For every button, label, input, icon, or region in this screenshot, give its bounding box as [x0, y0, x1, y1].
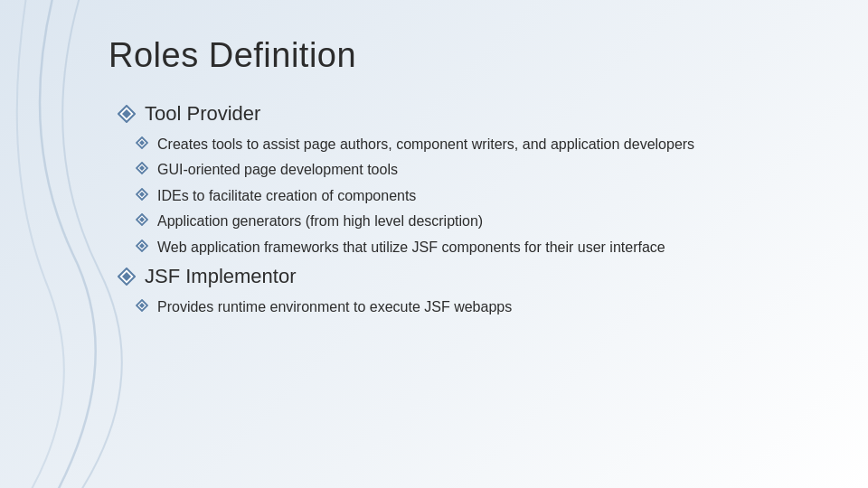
app-generators-text: Application generators (from high level …	[157, 211, 483, 231]
jsf-implementor-label: JSF Implementor	[145, 265, 297, 288]
diamond-icon-provides	[136, 299, 148, 312]
list-item: Web application frameworks that utilize …	[136, 238, 814, 258]
diamond-icon-gui	[136, 162, 148, 174]
diamond-icon-creates	[136, 136, 148, 149]
ides-text: IDEs to facilitate creation of component…	[157, 186, 416, 206]
slide-title: Roles Definition	[108, 36, 814, 75]
provides-runtime-text: Provides runtime environment to execute …	[157, 297, 512, 317]
tool-provider-label: Tool Provider	[145, 102, 260, 126]
diamond-icon-ides	[136, 188, 148, 201]
diamond-icon-appgen	[136, 213, 148, 226]
slide: Roles Definition Tool Provider	[0, 0, 868, 488]
list-item: Creates tools to assist page authors, co…	[136, 135, 814, 155]
creates-tools-text: Creates tools to assist page authors, co…	[157, 135, 694, 155]
list-item: IDEs to facilitate creation of component…	[136, 186, 814, 206]
web-frameworks-text: Web application frameworks that utilize …	[157, 238, 665, 258]
diamond-icon-tool-provider	[118, 105, 136, 123]
slide-content: Roles Definition Tool Provider	[0, 0, 868, 352]
list-item: Application generators (from high level …	[136, 211, 814, 231]
diamond-icon-jsf	[118, 267, 136, 286]
level1-jsf-implementor: JSF Implementor Provides runtime environ…	[108, 265, 814, 317]
list-item: Provides runtime environment to execute …	[136, 297, 814, 317]
gui-tools-text: GUI-oriented page development tools	[157, 160, 398, 180]
diamond-icon-web	[136, 239, 148, 252]
level1-tool-provider: Tool Provider Creates tools to assist pa…	[108, 102, 814, 258]
tool-provider-subbullets: Creates tools to assist page authors, co…	[136, 135, 814, 258]
list-item: GUI-oriented page development tools	[136, 160, 814, 180]
jsf-implementor-subbullets: Provides runtime environment to execute …	[136, 297, 814, 317]
